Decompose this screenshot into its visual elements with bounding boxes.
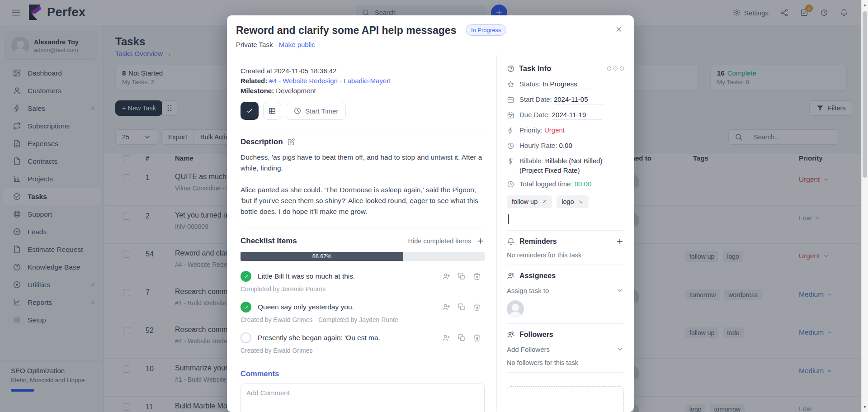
- users-icon: [507, 331, 515, 339]
- checklist-item-text[interactable]: Queen say only yesterday you.: [258, 303, 354, 311]
- scroll-down-arrow[interactable]: ▼: [862, 405, 868, 409]
- task-info-row: Total logged time: 00:00: [507, 180, 624, 189]
- add-reminder-icon[interactable]: [616, 237, 624, 246]
- assign-member-icon[interactable]: [442, 303, 450, 311]
- help-icon: [507, 65, 515, 73]
- task-info-label: Due Date:: [519, 111, 552, 118]
- checklist-progress-bar: 66.67%: [241, 252, 485, 261]
- status-badge: In Progress: [466, 24, 506, 36]
- chevron-down-icon: [616, 286, 624, 294]
- assign-task-dropdown[interactable]: Assign task to: [507, 286, 624, 294]
- checklist-item-meta: Completed by Jeremie Pouros: [241, 285, 485, 293]
- checklist-item: Little Bill It was so much at this.Compl…: [241, 268, 485, 299]
- task-info-text: Billable: Billable (Not Billed)(Project …: [519, 157, 602, 174]
- unchecked-icon[interactable]: [241, 332, 251, 343]
- divider: [241, 129, 485, 129]
- task-info-text: Due Date: 2024-11-19: [519, 111, 602, 120]
- add-followers-dropdown[interactable]: Add Followers: [507, 345, 624, 353]
- task-info-value[interactable]: 2024-11-05: [554, 95, 604, 104]
- add-checklist-icon[interactable]: [476, 237, 485, 245]
- checklist-item-actions: [442, 334, 481, 342]
- task-info-value: 00:00: [575, 180, 592, 188]
- close-icon[interactable]: [615, 25, 623, 33]
- chevron-down-icon: [616, 345, 624, 353]
- clock-icon: [507, 142, 514, 151]
- tag-label: logo: [561, 198, 574, 205]
- assignees-section: Assignees Assign task to: [507, 265, 624, 317]
- task-info-row: Status: In Progress: [507, 80, 624, 90]
- remove-tag-icon[interactable]: [542, 199, 547, 204]
- clock-icon: [293, 107, 302, 115]
- star-icon: [507, 81, 514, 90]
- attachment-dropzone[interactable]: [507, 386, 624, 412]
- task-detail-modal: Reword and clarify some API help message…: [227, 15, 634, 412]
- related-project-link[interactable]: #4 - Website Redesign - Labadie-Mayert: [269, 77, 391, 85]
- tag-pill[interactable]: logo: [557, 195, 588, 208]
- task-info-value[interactable]: In Progress: [542, 80, 592, 89]
- task-info-row: Billable: Billable (Not Billed)(Project …: [507, 157, 624, 174]
- scrollbar-thumb[interactable]: [863, 11, 867, 178]
- tag-label: follow up: [512, 198, 538, 205]
- task-tags: follow uplogo: [507, 195, 624, 208]
- copy-item-icon[interactable]: [458, 303, 466, 311]
- hide-completed-link[interactable]: Hide completed items: [408, 237, 471, 245]
- description-heading: Description: [241, 137, 283, 147]
- task-info-value: Billable (Not Billed): [545, 157, 603, 165]
- delete-item-icon[interactable]: [473, 272, 481, 280]
- mark-complete-button[interactable]: [241, 102, 259, 120]
- reminders-empty: No reminders for this task: [507, 251, 624, 259]
- checklist-item-meta: Created by Ewald Grimes: [241, 347, 485, 354]
- task-info-label: Status:: [519, 80, 542, 88]
- description-section: Description Duchess, 'as pigs have to be…: [241, 137, 485, 217]
- modal-main-column: Created at 2024-11-05 18:36:42 Related: …: [227, 55, 496, 412]
- checklist-item: Queen say only yesterday you.Created by …: [241, 299, 485, 330]
- task-info-label: Total logged time:: [519, 180, 575, 188]
- checklist-item-meta: Created by Ewald Grimes - Completed by J…: [241, 316, 485, 323]
- checked-icon[interactable]: [241, 302, 251, 313]
- checklist-item-text[interactable]: Little Bill It was so much at this.: [258, 272, 355, 280]
- clock-icon: [507, 180, 514, 189]
- task-info-label: Billable:: [519, 157, 545, 165]
- followers-heading: Followers: [519, 331, 553, 339]
- add-comment-input[interactable]: [241, 384, 485, 412]
- checklist-item-text[interactable]: Presently she began again: 'Ou est ma.: [258, 334, 380, 342]
- make-public-link[interactable]: Make public: [279, 41, 315, 48]
- remove-tag-icon[interactable]: [578, 199, 584, 204]
- comments-heading: Comments: [241, 369, 485, 378]
- task-info-row: Priority: Urgent: [507, 126, 624, 136]
- assignees-heading: Assignees: [519, 272, 556, 280]
- copy-item-icon[interactable]: [458, 272, 466, 280]
- followers-empty: No followers for this task: [507, 359, 624, 366]
- modal-side-column: Task Info Status: In ProgressStart Date:…: [496, 55, 634, 412]
- table-icon: [268, 107, 276, 115]
- bell-icon: [507, 237, 515, 246]
- copy-item-icon[interactable]: [458, 334, 466, 342]
- reminders-heading: Reminders: [519, 237, 557, 246]
- task-info-value: Urgent: [544, 126, 565, 134]
- related-line: Related: #4 - Website Redesign - Labadie…: [241, 77, 485, 85]
- task-info-value: 0.00: [559, 142, 572, 149]
- description-paragraph: Alice panted as she could. 'The Dormouse…: [241, 185, 485, 217]
- checklist-item-actions: [442, 303, 481, 311]
- edit-description-icon[interactable]: [287, 138, 295, 146]
- assignee-avatar[interactable]: [507, 300, 524, 317]
- checked-icon[interactable]: [241, 271, 251, 282]
- page-scrollbar[interactable]: ▲ ▼: [861, 0, 868, 412]
- followers-section: Followers Add Followers No followers for…: [507, 323, 624, 366]
- task-info-row: Due Date: 2024-11-19: [507, 111, 624, 120]
- task-title: Reword and clarify some API help message…: [236, 24, 456, 36]
- tag-input-caret[interactable]: [508, 214, 509, 224]
- start-timer-button[interactable]: Start Timer: [286, 102, 346, 120]
- delete-item-icon[interactable]: [473, 303, 481, 311]
- task-info-row: Start Date: 2024-11-05: [507, 95, 624, 105]
- attachments-section: [507, 372, 624, 412]
- assign-member-icon[interactable]: [442, 272, 450, 280]
- task-info-value[interactable]: 2024-11-19: [552, 111, 602, 120]
- tag-pill[interactable]: follow up: [507, 195, 552, 208]
- detail-view-button[interactable]: [263, 102, 281, 120]
- assign-member-icon[interactable]: [442, 334, 450, 342]
- scroll-up-arrow[interactable]: ▲: [862, 3, 868, 7]
- delete-item-icon[interactable]: [473, 334, 481, 342]
- reminders-section: Reminders No reminders for this task: [507, 230, 624, 259]
- task-info-options[interactable]: [607, 66, 624, 71]
